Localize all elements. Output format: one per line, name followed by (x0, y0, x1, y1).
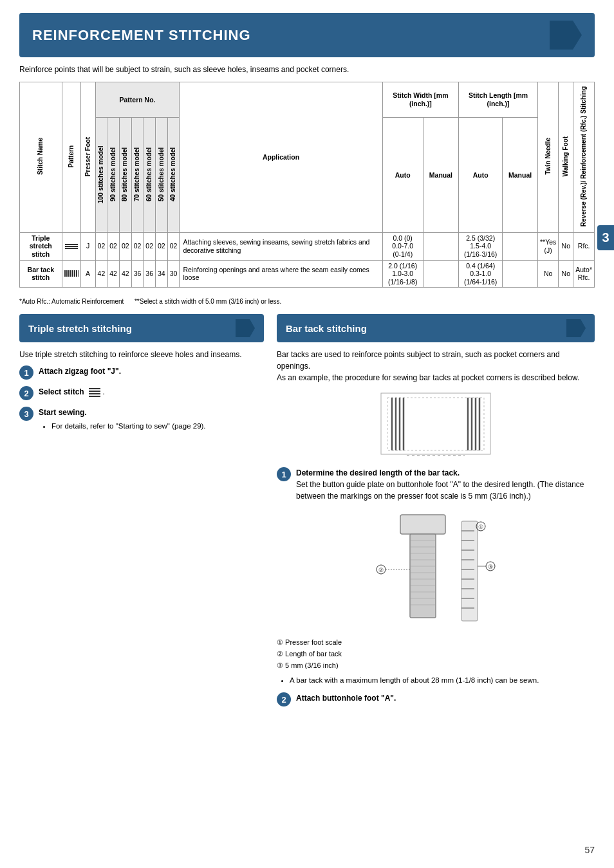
width-manual-triple (423, 232, 458, 260)
length-manual-bartack (503, 260, 538, 288)
left-section-arrow-icon (236, 319, 255, 337)
walking-bartack: No (559, 260, 573, 288)
step-2-bartack: 2 Attach buttonhole foot "A". (277, 692, 595, 706)
left-section-intro: Use triple stretch stitching to reinforc… (19, 349, 264, 360)
presser-foot-svg: ① ② (362, 508, 510, 631)
bar-tack-fabric-diagram (277, 390, 595, 461)
right-section-header: Bar tack stitching (277, 314, 595, 342)
p40-triple: 02 (167, 232, 180, 260)
footnote-area: *Auto Rfc.: Automatic Reinforcement **Se… (19, 298, 595, 305)
stitch-pattern-bartack (62, 260, 80, 288)
p100-triple: 02 (95, 232, 107, 260)
page-header: REINFORCEMENT STITCHING (19, 13, 595, 57)
callout-1: ① Presser foot scale (277, 637, 595, 649)
left-section-title: Triple stretch stitching (28, 323, 132, 334)
presser-foot-triple: J (80, 232, 95, 260)
reverse-bartack: Auto*Rfc. (573, 260, 595, 288)
col-60: 60 stitches model (144, 117, 156, 232)
left-section: Triple stretch stitching Use triple stre… (19, 314, 264, 713)
footnote-2: **Select a stitch width of 5.0 mm (3/16 … (135, 298, 281, 305)
svg-rect-1 (387, 398, 484, 450)
right-section: Bar tack stitching Bar tacks are used to… (277, 314, 595, 713)
svg-rect-23 (400, 515, 445, 534)
col-50: 50 stitches model (156, 117, 168, 232)
p90-triple: 02 (107, 232, 120, 260)
col-90: 90 stitches model (107, 117, 120, 232)
step-2-triple: 2 Select stitch . (19, 386, 264, 400)
header-arrow-icon (550, 21, 582, 50)
col-100: 100 stitches model (95, 117, 107, 232)
footnote-1: *Auto Rfc.: Automatic Reinforcement (19, 298, 124, 305)
chapter-number: 3 (597, 225, 614, 250)
walking-triple: No (559, 232, 573, 260)
svg-rect-0 (381, 393, 490, 454)
p60-triple: 02 (144, 232, 156, 260)
bt-step1-heading: Determine the desired length of the bar … (296, 468, 460, 477)
bt-step-content-1: Determine the desired length of the bar … (296, 467, 595, 502)
p40-bartack: 30 (167, 260, 180, 288)
bt-step-number-2: 2 (277, 692, 291, 706)
table-row: Triplestretch stitch J 02 02 02 02 02 02… (20, 232, 595, 260)
col-width-auto: Auto (382, 117, 423, 232)
step-content-1: Attach zigzag foot "J". (39, 365, 121, 377)
right-section-arrow-icon (566, 319, 586, 337)
step-3-triple: 3 Start sewing. For details, refer to "S… (19, 407, 264, 434)
col-length-manual: Manual (503, 117, 538, 232)
left-section-body: Use triple stretch stitching to reinforc… (19, 349, 264, 434)
p100-bartack: 42 (95, 260, 107, 288)
p50-triple: 02 (156, 232, 168, 260)
col-70: 70 stitches model (131, 117, 144, 232)
step-1-bartack: 1 Determine the desired length of the ba… (277, 467, 595, 502)
step-number-1: 1 (19, 365, 33, 380)
step-content-3: Start sewing. For details, refer to "Sta… (39, 407, 206, 434)
width-manual-bartack (423, 260, 458, 288)
p50-bartack: 34 (156, 260, 168, 288)
stitch-name-bartack: Bar tackstitch (20, 260, 62, 288)
stitch-icon: . (89, 386, 105, 398)
callout-list: ① Presser foot scale ② Length of bar tac… (277, 637, 595, 671)
step-3-bullet: For details, refer to "Starting to sew" … (51, 421, 206, 432)
page-title: REINFORCEMENT STITCHING (32, 27, 251, 44)
twin-triple: **Yes(J) (537, 232, 558, 260)
bt-step1-text: Set the button guide plate on buttonhole… (296, 480, 584, 501)
application-triple: Attaching sleeves, sewing inseams, sewin… (180, 232, 382, 260)
col-40: 40 stitches model (167, 117, 180, 232)
table-row: Bar tackstitch A 42 42 42 36 36 34 30 Re… (20, 260, 595, 288)
p80-bartack: 42 (119, 260, 131, 288)
svg-text:②: ② (378, 567, 384, 573)
svg-text:①: ① (478, 524, 483, 530)
col-reverse-rfc: Reverse (Rev.)/ Reinforcement (Rfc.) Sti… (573, 82, 595, 233)
width-auto-triple: 0.0 (0)0.0-7.0(0-1/4) (382, 232, 423, 260)
bartack-bullet: A bar tack with a maximum length of abou… (290, 675, 595, 686)
col-stitch-width-group: Stitch Width [mm (inch.)] (382, 82, 458, 118)
length-auto-bartack: 0.4 (1/64)0.3-1.0(1/64-1/16) (459, 260, 503, 288)
col-pattern: Pattern (62, 82, 80, 233)
presser-foot-diagram: ① ② (277, 508, 595, 631)
step-number-3: 3 (19, 407, 33, 421)
right-section-body: Bar tacks are used to reinforce points s… (277, 349, 595, 706)
col-presser-foot: Presser Foot (80, 82, 95, 233)
right-section-intro: Bar tacks are used to reinforce points s… (277, 349, 595, 383)
col-width-manual: Manual (423, 117, 458, 232)
intro-text: Reinforce points that will be subject to… (19, 65, 595, 74)
col-pattern-no-group: Pattern No. (95, 82, 180, 118)
bt-step2-text: Attach buttonhole foot "A". (296, 694, 396, 703)
svg-text:③: ③ (488, 564, 493, 570)
page-number: 57 (584, 845, 595, 855)
svg-rect-11 (461, 521, 478, 621)
bt-step-content-2: Attach buttonhole foot "A". (296, 692, 396, 704)
p80-triple: 02 (119, 232, 131, 260)
stitch-table: Stitch Name Pattern Presser Foot Pattern… (19, 82, 595, 288)
left-section-header: Triple stretch stitching (19, 314, 264, 342)
callout-2: ② Length of bar tack (277, 649, 595, 660)
col-twin-needle: Twin Needle (537, 82, 558, 233)
col-length-auto: Auto (459, 117, 503, 232)
p70-triple: 02 (131, 232, 144, 260)
col-80: 80 stitches model (119, 117, 131, 232)
step-content-2: Select stitch . (39, 386, 105, 398)
svg-rect-24 (410, 534, 436, 618)
length-manual-triple (503, 232, 538, 260)
p60-bartack: 36 (144, 260, 156, 288)
bartack-bullet-list: A bar tack with a maximum length of abou… (277, 675, 595, 686)
select-stitch-label: Select stitch (39, 387, 84, 396)
